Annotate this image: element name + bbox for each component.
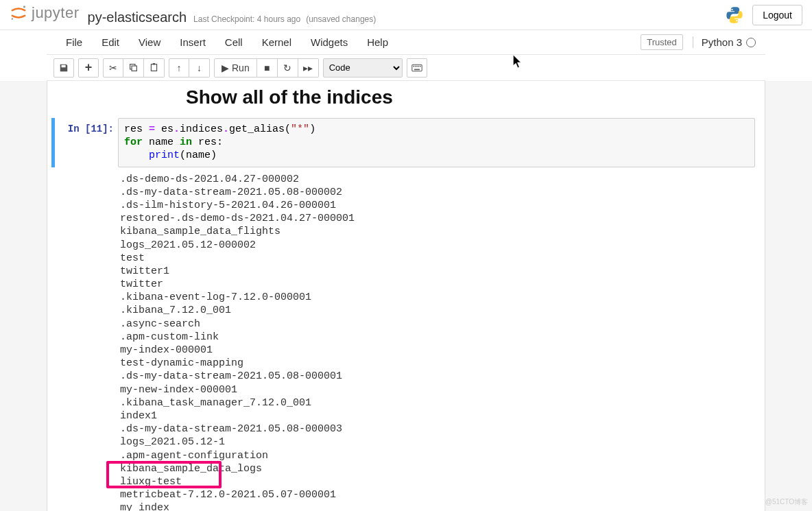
output-line: .kibana_task_manager_7.12.0_001 [120,396,765,409]
keyboard-icon [411,64,422,72]
svg-rect-10 [414,65,416,67]
toolbar: + ✂ ↑ ↓ ▶Run ■ ↻ ▸▸ Code [47,55,765,81]
checkpoint-text: Last Checkpoint: 4 hours ago [193,14,300,24]
output-line: index1 [120,409,765,423]
logout-button[interactable]: Logout [752,5,802,25]
menu-bar: File Edit View Insert Cell Kernel Widget… [47,30,765,55]
menu-file[interactable]: File [56,31,92,54]
save-button[interactable] [53,58,74,78]
output-line: .kibana-event-log-7.12.0-000001 [120,291,765,304]
command-palette-button[interactable] [407,58,427,78]
output-line: my-new-index-000001 [120,383,765,396]
restart-button[interactable]: ↻ [278,58,298,78]
copy-icon [129,63,138,72]
prompt-label: In [11]: [68,123,114,134]
paste-icon [150,63,158,72]
header-right: Logout [725,5,802,25]
svg-rect-6 [151,64,156,71]
menu-view[interactable]: View [129,31,170,54]
output-line: kibana_sample_data_flights [120,225,765,238]
code-cell[interactable]: In [11]: res = es.indices.get_alias("*")… [51,118,765,167]
menu-kernel[interactable]: Kernel [252,31,301,54]
menu-help[interactable]: Help [357,31,398,54]
logo-group: jupyter py-elasticsearch Last Checkpoint… [10,4,376,25]
kernel-status-icon [746,38,756,47]
run-button[interactable]: ▶Run [214,58,257,78]
code-input[interactable]: res = es.indices.get_alias("*") for name… [118,118,755,167]
jupyter-logo[interactable]: jupyter [10,4,80,22]
watermark: @51CTO博客 [765,497,808,507]
output-line: .ds-my-data-stream-2021.05.08-000002 [120,186,765,199]
cut-icon: ✂ [109,62,117,73]
kernel-indicator[interactable]: Python 3 [693,36,756,48]
jupyter-logo-text: jupyter [32,4,80,22]
save-icon [59,63,69,73]
trusted-indicator[interactable]: Trusted [641,34,683,50]
copy-button[interactable] [123,58,144,78]
output-line: metricbeat-7.12.0-2021.05.07-000001 [120,488,765,501]
output-area: .ds-demo-ds-2021.04.27-000002.ds-my-data… [117,167,765,511]
menu-cell[interactable]: Cell [215,31,252,54]
restart-run-all-button[interactable]: ▸▸ [298,58,319,78]
svg-rect-11 [416,65,418,67]
svg-rect-14 [414,69,420,70]
output-line: logs_2021.05.12-000002 [120,239,765,252]
menu-right: Trusted Python 3 [641,34,756,50]
output-line: .kibana_7.12.0_001 [120,304,765,317]
output-line: twitter1 [120,265,765,278]
restart-icon: ↻ [283,62,291,73]
stop-icon: ■ [264,62,270,73]
output-line: .apm-custom-link [120,331,765,344]
move-up-button[interactable]: ↑ [169,58,189,78]
output-line: .async-search [120,318,765,331]
menu-edit[interactable]: Edit [92,31,129,54]
unsaved-text: (unsaved changes) [306,14,376,24]
input-prompt: In [11]: [55,118,118,167]
svg-rect-5 [132,66,136,71]
svg-point-2 [732,8,733,10]
output-line: .apm-agent-configuration [120,449,765,462]
run-label: Run [232,62,250,73]
output-line: .ds-demo-ds-2021.04.27-000002 [120,173,765,186]
mouse-cursor-icon [513,55,523,69]
jupyter-icon [10,4,27,22]
cut-button[interactable]: ✂ [103,58,123,78]
menu-items: File Edit View Insert Cell Kernel Widget… [56,31,398,54]
notebook-inner: Show all of the indices In [11]: res = e… [47,81,765,511]
svg-point-0 [23,5,25,8]
svg-rect-12 [418,65,419,67]
paste-button[interactable] [144,58,165,78]
plus-icon: + [85,60,93,75]
arrow-down-icon: ↓ [197,62,202,73]
add-cell-button[interactable]: + [78,58,99,78]
svg-point-3 [737,20,738,21]
svg-rect-13 [420,65,421,67]
output-line: .ds-ilm-history-5-2021.04.26-000001 [120,199,765,212]
move-down-button[interactable]: ↓ [189,58,210,78]
output-line: my_index [120,501,765,511]
menu-widgets[interactable]: Widgets [301,31,357,54]
menu-insert[interactable]: Insert [170,31,215,54]
svg-rect-9 [413,65,414,67]
highlight-annotation [106,461,222,488]
fast-forward-icon: ▸▸ [303,62,313,73]
cell-body: res = es.indices.get_alias("*") for name… [118,118,765,167]
svg-rect-8 [411,64,421,71]
svg-rect-7 [153,63,155,64]
markdown-heading[interactable]: Show all of the indices [186,86,765,108]
notebook-area: Show all of the indices In [11]: res = e… [0,81,812,511]
output-line: .ds-my-data-stream-2021.05.08-000003 [120,423,765,436]
output-line: twitter [120,278,765,291]
stop-button[interactable]: ■ [257,58,278,78]
kernel-name: Python 3 [702,36,742,48]
output-line: restored-.ds-demo-ds-2021.04.27-000001 [120,212,765,225]
output-line: .ds-my-data-stream-2021.05.08-000001 [120,370,765,383]
celltype-select[interactable]: Code [323,58,403,78]
output-line: test [120,252,765,265]
play-icon: ▶ [222,62,229,73]
notebook-name[interactable]: py-elasticsearch [88,10,187,25]
output-line: logs_2021.05.12-1 [120,436,765,449]
header-bar: jupyter py-elasticsearch Last Checkpoint… [0,0,812,30]
svg-point-1 [12,18,14,20]
arrow-up-icon: ↑ [177,62,182,73]
